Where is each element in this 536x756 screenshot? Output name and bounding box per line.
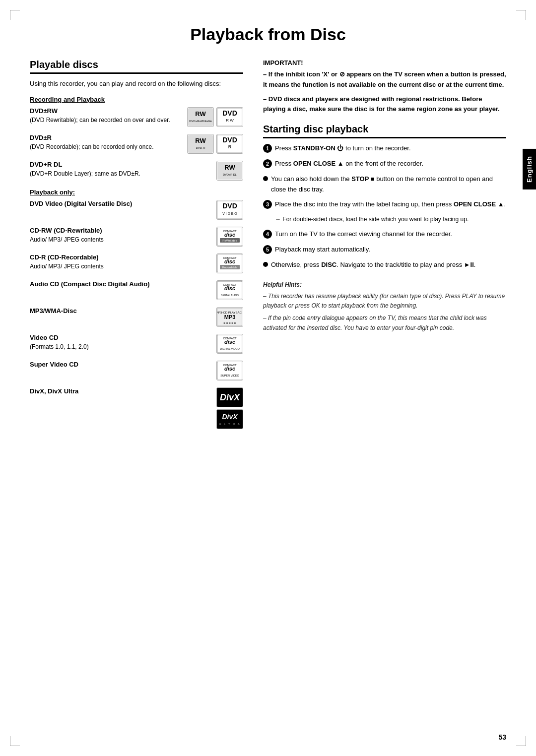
disc-name-divx: DivX, DivX Ultra — [30, 387, 211, 395]
disc-item-dvd-r-dl: DVD+R DL (DVD+R Double Layer); same as D… — [30, 161, 243, 181]
step-1-text: Press STANDBY-ON ⏻ to turn on the record… — [275, 143, 506, 154]
step-bullet-disc: Otherwise, press DISC. Navigate to the t… — [263, 260, 506, 270]
page-number: 53 — [498, 733, 506, 741]
disc-logos-dvd-rw: RW DVD+ReWritable DVD R W — [187, 107, 243, 127]
disc-name-dvd-video: DVD Video (Digital Versatile Disc) — [30, 200, 211, 207]
step-text-disc: Otherwise, press DISC. Navigate to the t… — [271, 260, 506, 270]
logo-dvd-video: DVD V I D E O — [216, 200, 243, 220]
step-5: 5 Playback may start automatically. — [263, 245, 506, 255]
svg-text:Recordable: Recordable — [222, 266, 238, 269]
disc-desc-dvd-rw: (DVD Rewritable); can be recorded on ove… — [30, 116, 182, 125]
disc-logos-divx: DivX DivX U L T R A — [216, 387, 243, 429]
logo-super-video-cd: COMPACT disc SUPER VIDEO — [216, 361, 243, 380]
svg-text:DVD+R DL: DVD+R DL — [223, 173, 236, 176]
step-3-num: 3 — [263, 200, 272, 209]
logo-rw: RW DVD+ReWritable — [187, 107, 214, 127]
helpful-hint-1: – This recorder has resume playback abil… — [263, 292, 506, 311]
corner-tr — [516, 10, 526, 20]
disc-logos-cd-rw: COMPACT disc ReWritable — [216, 227, 243, 247]
svg-text:■ ■ ■ ■ ■: ■ ■ ■ ■ ■ — [224, 321, 236, 324]
logo-divx: DivX — [216, 387, 243, 407]
section-intro: Using this recorder, you can play and re… — [30, 79, 243, 89]
svg-text:DVD-R: DVD-R — [196, 146, 206, 149]
disc-desc-cd-r: Audio/ MP3/ JPEG contents — [30, 262, 211, 271]
disc-name-dvd-r-dl: DVD+R DL — [30, 161, 211, 168]
disc-item-divx: DivX, DivX Ultra DivX DivX — [30, 387, 243, 429]
left-column: Playable discs Using this recorder, you … — [30, 59, 243, 436]
svg-text:DIGITAL VIDEO: DIGITAL VIDEO — [220, 347, 240, 350]
step-3-text: Place the disc into the tray with the la… — [275, 199, 506, 210]
disc-name-dvd-rw: DVD±RW — [30, 107, 182, 115]
helpful-hint-2: – If the pin code entry dialogue appears… — [263, 314, 506, 332]
svg-text:R W: R W — [226, 118, 234, 123]
disc-name-audio-cd: Audio CD (Compact Disc Digital Audio) — [30, 280, 211, 288]
svg-text:disc: disc — [224, 339, 235, 345]
disc-name-cd-rw: CD-RW (CD-Rewritable) — [30, 227, 211, 234]
page: English Playback from Disc Playable disc… — [0, 0, 536, 756]
logo-dvd-r-dl: RW DVD+R DL — [216, 161, 243, 181]
svg-text:disc: disc — [224, 232, 235, 238]
svg-text:disc: disc — [224, 366, 235, 372]
disc-item-audio-cd: Audio CD (Compact Disc Digital Audio) CO… — [30, 280, 243, 300]
helpful-hints: Helpful Hints: – This recorder has resum… — [263, 280, 506, 333]
step-bullet-stop: You can also hold down the STOP ■ button… — [263, 174, 506, 195]
step-1-num: 1 — [263, 144, 272, 153]
logo-cd-rw: COMPACT disc ReWritable — [216, 227, 243, 247]
step-5-num: 5 — [263, 245, 272, 254]
disc-name-mp3: MP3/WMA-Disc — [30, 307, 211, 315]
bullet-icon-stop — [263, 176, 268, 181]
svg-text:DivX: DivX — [222, 413, 238, 421]
disc-desc-cd-rw: Audio/ MP3/ JPEG contents — [30, 235, 211, 244]
logo-video-cd: COMPACT disc DIGITAL VIDEO — [216, 334, 243, 354]
disc-item-super-video-cd: Super Video CD COMPACT disc SUPER VIDEO — [30, 361, 243, 380]
corner-br — [516, 736, 526, 746]
step-4-num: 4 — [263, 230, 272, 239]
step-1: 1 Press STANDBY-ON ⏻ to turn on the reco… — [263, 143, 506, 154]
step-2-num: 2 — [263, 159, 272, 168]
playback-only-subheading: Playback only: — [30, 189, 243, 196]
disc-name-dvd-r: DVD±R — [30, 134, 182, 141]
step-2: 2 Press OPEN CLOSE ▲ on the front of the… — [263, 159, 506, 169]
svg-text:RW: RW — [224, 164, 235, 171]
important-box: IMPORTANT! – If the inhibit icon 'X' or … — [263, 59, 506, 115]
logo-dvd-r-disc: DVD R — [216, 134, 243, 154]
step-3: 3 Place the disc into the tray with the … — [263, 199, 506, 210]
svg-text:DVD: DVD — [222, 136, 237, 144]
important-text-2: – DVD discs and players are designed wit… — [263, 94, 506, 115]
step-arrow-double-sided: → For double-sided discs, load the side … — [275, 215, 506, 224]
recording-playback-subheading: Recording and Playback — [30, 96, 243, 103]
svg-text:DivX: DivX — [220, 392, 240, 402]
disc-name-video-cd: Video CD — [30, 334, 211, 341]
disc-logos-video-cd: COMPACT disc DIGITAL VIDEO — [216, 334, 243, 354]
svg-text:DVD+ReWritable: DVD+ReWritable — [189, 120, 212, 123]
svg-text:SUPER VIDEO: SUPER VIDEO — [220, 374, 239, 377]
disc-desc-dvd-r-dl: (DVD+R Double Layer); same as DVD±R. — [30, 169, 211, 178]
corner-bl — [10, 736, 20, 746]
step-text-stop: You can also hold down the STOP ■ button… — [271, 174, 506, 195]
svg-text:DVD: DVD — [222, 202, 237, 210]
logo-mp3: MP3-CD PLAYBACK MP3 ■ ■ ■ ■ ■ — [216, 307, 243, 327]
page-title: Playback from Disc — [30, 20, 506, 44]
language-tab: English — [523, 149, 536, 189]
disc-item-dvd-video: DVD Video (Digital Versatile Disc) DVD V… — [30, 200, 243, 220]
right-column: IMPORTANT! – If the inhibit icon 'X' or … — [263, 59, 506, 436]
disc-item-cd-rw: CD-RW (CD-Rewritable) Audio/ MP3/ JPEG c… — [30, 227, 243, 247]
disc-item-dvd-rw: DVD±RW (DVD Rewritable); can be recorded… — [30, 107, 243, 127]
logo-divx-ultra: DivX U L T R A — [216, 409, 243, 429]
disc-name-cd-r: CD-R (CD-Recordable) — [30, 253, 211, 261]
svg-text:RW: RW — [195, 137, 206, 144]
svg-text:MP3: MP3 — [224, 314, 236, 320]
svg-text:RW: RW — [195, 110, 206, 118]
playback-steps: 1 Press STANDBY-ON ⏻ to turn on the reco… — [263, 143, 506, 270]
disc-item-cd-r: CD-R (CD-Recordable) Audio/ MP3/ JPEG co… — [30, 253, 243, 273]
disc-name-super-video-cd: Super Video CD — [30, 361, 211, 368]
logo-dvd-rw-disc: DVD R W — [216, 107, 243, 127]
disc-logos-audio-cd: COMPACT disc DIGITAL AUDIO — [216, 280, 243, 300]
disc-logos-dvd-r: RW DVD-R DVD R — [187, 134, 243, 154]
helpful-hints-title: Helpful Hints: — [263, 280, 506, 290]
disc-logos-cd-r: COMPACT disc Recordable — [216, 253, 243, 273]
disc-logos-super-video-cd: COMPACT disc SUPER VIDEO — [216, 361, 243, 380]
disc-desc-video-cd: (Formats 1.0, 1.1, 2.0) — [30, 342, 211, 351]
logo-cd-r: COMPACT disc Recordable — [216, 253, 243, 273]
bullet-icon-disc — [263, 262, 268, 267]
